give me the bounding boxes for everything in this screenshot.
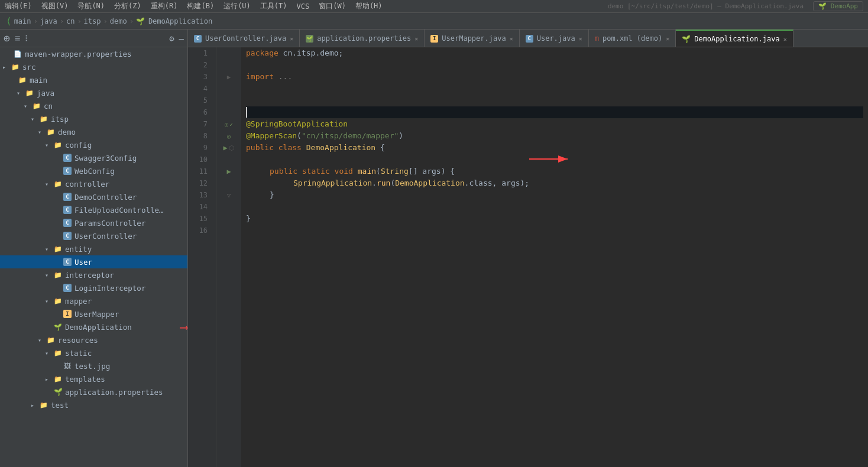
breadcrumb-arrow[interactable]: ⟨ (6, 15, 12, 27)
tab-icon-usermapper: I (430, 35, 438, 43)
code-editor[interactable]: 1 2 3 4 5 6 7 8 9 10 11 12 13 14 15 16 (188, 47, 868, 467)
paren-open: ( (297, 130, 302, 142)
gutter-fold-icon-9[interactable]: ⬡ (229, 144, 235, 152)
tab-label-usercontroller: UserController.java (205, 34, 286, 43)
sidebar-item-templates[interactable]: ▸ 📁 templates (0, 372, 187, 385)
sidebar-item-swagger3config[interactable]: C Swagger3Config (0, 151, 187, 164)
sidebar-item-src[interactable]: ▸ 📁 src (0, 60, 187, 73)
breadcrumb-cn[interactable]: cn (66, 17, 75, 25)
sidebar-item-test[interactable]: ▸ 📁 test (0, 398, 187, 411)
sidebar-item-webconfig[interactable]: C WebConfig (0, 164, 187, 177)
sidebar-collapse-button[interactable]: ≡ (15, 33, 21, 44)
sidebar-item-usercontroller[interactable]: C UserController (0, 229, 187, 242)
sidebar-item-config[interactable]: ▾ 📁 config (0, 138, 187, 151)
gutter-line-8: ◎ (216, 130, 241, 142)
tab-demoapplication[interactable]: 🌱 DemoApplication.java ✕ (676, 30, 793, 47)
top-right-button[interactable]: 🌱 DemoApp (813, 1, 863, 11)
breadcrumb-demoapplication[interactable]: DemoApplication (148, 17, 212, 25)
breadcrumb-demo[interactable]: demo (110, 17, 127, 25)
tab-icon-demoapplication: 🌱 (682, 35, 691, 43)
gutter-run-icon-11[interactable]: ▶ (226, 167, 231, 176)
tab-close-appproperties[interactable]: ✕ (414, 35, 418, 42)
menu-item-help[interactable]: 帮助(H) (355, 1, 383, 11)
menu-item-build[interactable]: 构建(B) (187, 1, 214, 11)
gutter-line-7: ◎ ✓ (216, 118, 241, 130)
class-icon-paramscontroller: C (63, 218, 72, 228)
menu-item-run[interactable]: 运行(U) (224, 1, 251, 11)
tab-close-user[interactable]: ✕ (579, 35, 582, 42)
menu-item-tools[interactable]: 工具(T) (260, 1, 287, 11)
breadcrumb-itsp[interactable]: itsp (84, 17, 101, 25)
code-line-6[interactable] (246, 106, 863, 118)
sidebar-item-testjpg[interactable]: 🖼 test.jpg (0, 359, 187, 372)
gutter-fold-icon-3[interactable]: ▶ (227, 73, 231, 81)
sidebar-item-logininterceptor[interactable]: C LoginInterceptor (0, 281, 187, 294)
sidebar-item-static[interactable]: ▾ 📁 static (0, 346, 187, 359)
sidebar-label-cn: cn (44, 102, 187, 111)
breadcrumb-main[interactable]: main (14, 17, 31, 25)
sidebar-minimize-button[interactable]: — (179, 34, 184, 43)
sidebar-tree[interactable]: 📄 maven-wrapper.properties ▸ 📁 src 📁 mai… (0, 47, 187, 467)
menu-item-analyze[interactable]: 分析(Z) (114, 1, 141, 11)
sidebar-item-resources[interactable]: ▾ 📁 resources (0, 333, 187, 346)
cls-springapplication: SpringApplication (293, 177, 372, 189)
sidebar-item-demoapplication[interactable]: 🌱 DemoApplication ⟶ (0, 320, 187, 333)
sidebar-expand-button[interactable]: ⊕ (4, 32, 10, 44)
menu-item-refactor[interactable]: 重构(R) (151, 1, 178, 11)
breadcrumb-java[interactable]: java (40, 17, 57, 25)
sidebar-label-src: src (22, 63, 187, 72)
sidebar-item-paramscontroller[interactable]: C ParamsController (0, 216, 187, 229)
sidebar-label-fileuploadcontroller: FileUploadControlle… (75, 206, 187, 215)
sidebar-item-cn[interactable]: ▾ 📁 cn (0, 99, 187, 112)
tab-close-pomxml[interactable]: ✕ (666, 35, 669, 42)
code-line-12: SpringApplication . run ( DemoApplicatio… (246, 177, 863, 189)
sidebar-item-democontroller[interactable]: C DemoController (0, 190, 187, 203)
line-num-3: 3 (188, 71, 211, 83)
gutter-run-icon-9[interactable]: ▶ (223, 144, 227, 152)
menu-item-edit[interactable]: 编辑(E) (5, 1, 32, 11)
folder-icon-interceptor: 📁 (53, 270, 63, 280)
sidebar-item-usermapper[interactable]: I UserMapper (0, 307, 187, 320)
tab-pomxml[interactable]: m pom.xml (demo) ✕ (589, 30, 676, 47)
tab-usercontroller[interactable]: C UserController.java ✕ (188, 30, 300, 47)
sidebar-item-entity[interactable]: ▾ 📁 entity (0, 242, 187, 255)
code-line-10 (246, 154, 863, 166)
sidebar-label-logininterceptor: LoginInterceptor (75, 284, 187, 293)
code-line-4 (246, 83, 863, 95)
tab-usermapper[interactable]: I UserMapper.java ✕ (425, 30, 519, 47)
sidebar-item-fileuploadcontroller[interactable]: C FileUploadControlle… (0, 203, 187, 216)
sidebar-menu-button[interactable]: ⁝ (25, 33, 28, 44)
gutter-bean-icon-8: ◎ (227, 133, 231, 140)
sidebar-item-main[interactable]: 📁 main (0, 73, 187, 86)
gutter-line-1 (216, 47, 241, 59)
sidebar-settings-button[interactable]: ⚙ (169, 34, 174, 43)
sidebar-item-application-properties[interactable]: 🌱 application.properties (0, 385, 187, 398)
sidebar-item-java[interactable]: ▾ 📁 java (0, 86, 187, 99)
tab-icon-appproperties: 🌱 (306, 34, 313, 43)
sidebar-item-interceptor[interactable]: ▾ 📁 interceptor (0, 268, 187, 281)
sidebar-item-maven-wrapper[interactable]: 📄 maven-wrapper.properties (0, 47, 187, 60)
tab-appproperties[interactable]: 🌱 application.properties ✕ (300, 30, 425, 47)
tab-user[interactable]: C User.java ✕ (520, 30, 589, 47)
sidebar-item-demo[interactable]: ▾ 📁 demo (0, 125, 187, 138)
gutter-leaf-icon-7: ✓ (229, 121, 233, 128)
line-num-12: 12 (188, 177, 211, 189)
sidebar-item-controller[interactable]: ▾ 📁 controller (0, 177, 187, 190)
sidebar-label-user: User (75, 258, 187, 267)
tab-close-usermapper[interactable]: ✕ (510, 35, 513, 42)
gutter-fold-icon-13[interactable]: ▽ (227, 192, 231, 199)
menu-item-vcs[interactable]: VCS (297, 2, 310, 11)
sidebar-item-user[interactable]: C User (0, 255, 187, 268)
code-content[interactable]: package cn.itsp.demo; import ... (241, 47, 868, 467)
tab-icon-pom: m (595, 34, 599, 43)
sidebar-item-mapper-folder[interactable]: ▾ 📁 mapper (0, 294, 187, 307)
menu-item-view[interactable]: 视图(V) (41, 1, 69, 11)
tab-close-usercontroller[interactable]: ✕ (290, 35, 293, 42)
menu-item-navigate[interactable]: 导航(N) (77, 1, 105, 11)
tab-icon-user: C (526, 35, 533, 43)
menu-item-window[interactable]: 窗口(W) (319, 1, 346, 11)
classname-demoapplication: DemoApplication (306, 142, 375, 154)
sidebar-item-itsp[interactable]: ▾ 📁 itsp (0, 112, 187, 125)
tab-close-demoapplication[interactable]: ✕ (783, 36, 787, 43)
tree-arrow-interceptor: ▾ (45, 272, 53, 278)
